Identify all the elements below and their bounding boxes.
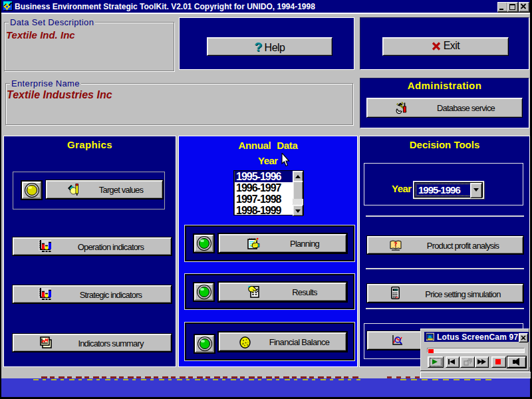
svg-text:?: ? xyxy=(394,241,398,247)
